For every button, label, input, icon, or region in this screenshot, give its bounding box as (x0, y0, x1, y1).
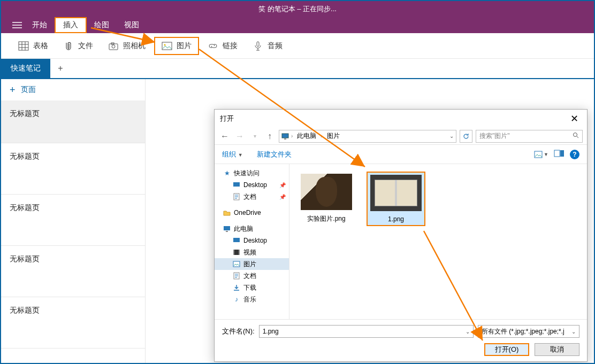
tree-desktop[interactable]: Desktop 📌 (215, 179, 289, 191)
file-name-label-text: 文件名(N): (222, 327, 255, 336)
new-folder-button[interactable]: 新建文件夹 (257, 150, 292, 159)
page-item[interactable]: 无标题页 (1, 195, 145, 246)
tree-downloads[interactable]: 下载 (215, 282, 289, 293)
tree-pictures[interactable]: 图片 (215, 258, 289, 270)
file-type-select[interactable]: 所有文件 (*.jpg;*.jpeg;*.jpe;*.j ⌄ (478, 325, 579, 338)
tree-documents[interactable]: 文档 📌 (215, 191, 289, 203)
file-name-input[interactable]: 1.png ⌄ (259, 325, 474, 338)
download-icon (233, 284, 240, 291)
svg-rect-6 (257, 42, 259, 47)
add-page-button[interactable]: + 页面 (1, 79, 145, 100)
svg-rect-16 (226, 231, 228, 232)
add-page-label: 页面 (21, 85, 36, 95)
picture-icon (534, 151, 543, 158)
tree-this-pc[interactable]: 此电脑 (215, 223, 289, 235)
tree-desktop2[interactable]: Desktop (215, 235, 289, 246)
paperclip-icon (63, 41, 74, 51)
nav-forward-button[interactable]: → (234, 130, 246, 142)
open-button[interactable]: 打开(O) (484, 343, 529, 356)
ribbon-link-label: 链接 (223, 41, 238, 51)
file-name-label: 1.png (388, 215, 404, 223)
view-mode-button[interactable]: ▼ (534, 151, 548, 158)
chevron-down-icon: ⌄ (571, 329, 576, 335)
chevron-down-icon[interactable]: ⌄ (466, 329, 470, 335)
svg-rect-20 (239, 250, 240, 255)
dialog-title-text: 打开 (220, 114, 234, 123)
add-section-button[interactable]: + (50, 59, 71, 78)
ribbon-camera-label: 照相机 (123, 41, 146, 51)
dialog-nav: ← → ▾ ↑ › 此电脑 › 图片 ⌄ 搜索"图片" (215, 128, 587, 145)
picture-icon (162, 41, 172, 51)
nav-up-button[interactable]: ↑ (264, 130, 276, 142)
file-thumbnail (370, 175, 422, 211)
ribbon-table-label: 表格 (33, 41, 48, 51)
menu-insert[interactable]: 插入 (55, 17, 87, 33)
picture-icon (233, 260, 240, 268)
page-item[interactable]: 无标题页 (1, 246, 145, 297)
monitor-icon (223, 225, 231, 233)
files-area[interactable]: 实验图片.png 1.png (289, 164, 587, 319)
svg-point-5 (164, 44, 166, 45)
svg-rect-8 (284, 138, 286, 140)
nav-recent-button[interactable]: ▾ (249, 130, 261, 142)
monitor-icon (233, 237, 240, 244)
camera-icon (108, 41, 119, 51)
ribbon-table-button[interactable]: 表格 (12, 38, 55, 54)
breadcrumb-folder[interactable]: 图片 (325, 131, 342, 141)
dialog-titlebar: 打开 ✕ (215, 110, 587, 128)
tree-quick-access[interactable]: ★ 快速访问 (215, 167, 289, 179)
nav-back-button[interactable]: ← (219, 130, 231, 142)
svg-rect-12 (560, 150, 564, 157)
svg-rect-0 (19, 42, 28, 50)
page-item[interactable]: 无标题页 (1, 100, 145, 143)
svg-rect-19 (233, 250, 234, 255)
dialog-toolbar: 组织 ▼ 新建文件夹 ▼ ? (215, 145, 587, 164)
file-item[interactable]: 实验图片.png (297, 172, 356, 226)
refresh-icon (463, 133, 469, 140)
svg-rect-4 (162, 42, 172, 50)
ribbon-file-button[interactable]: 文件 (57, 38, 100, 54)
menu-view[interactable]: 视图 (117, 17, 147, 33)
page-item[interactable]: 无标题页 (1, 297, 145, 348)
title-bar: 笑 的笔记本 – 正在同步... (1, 1, 594, 17)
svg-rect-21 (233, 261, 240, 267)
tree-documents2[interactable]: 文档 (215, 270, 289, 282)
close-button[interactable]: ✕ (567, 113, 582, 125)
chevron-down-icon[interactable]: ⌄ (449, 133, 454, 139)
ribbon-audio-button[interactable]: 音频 (246, 38, 289, 54)
chevron-right-icon: › (321, 133, 322, 139)
pane-icon (554, 150, 565, 157)
hamburger-icon[interactable] (10, 17, 25, 33)
dialog-body: ★ 快速访问 Desktop 📌 文档 📌 OneDrive 此电脑 (215, 164, 587, 319)
ribbon-picture-button[interactable]: 图片 (154, 37, 199, 55)
tree-videos[interactable]: 视频 (215, 246, 289, 258)
svg-rect-13 (233, 182, 240, 187)
dialog-footer: 文件名(N): 1.png ⌄ 所有文件 (*.jpg;*.jpeg;*.jpe… (215, 319, 587, 361)
section-tabs: 快速笔记 + (1, 59, 594, 79)
window-title: 笑 的笔记本 – 正在同步... (258, 4, 337, 14)
section-tab-active[interactable]: 快速笔记 (1, 59, 50, 78)
ribbon-audio-label: 音频 (268, 41, 283, 51)
breadcrumb-root[interactable]: 此电脑 (295, 131, 318, 141)
address-bar[interactable]: › 此电脑 › 图片 ⌄ (279, 130, 456, 143)
svg-rect-17 (233, 238, 240, 242)
svg-rect-11 (554, 150, 560, 157)
cancel-button[interactable]: 取消 (535, 343, 579, 356)
menu-draw[interactable]: 绘图 (87, 17, 117, 33)
svg-point-2 (112, 45, 115, 48)
tree-music[interactable]: ♪ 音乐 (215, 293, 289, 305)
help-button[interactable]: ? (570, 150, 579, 159)
ribbon-camera-button[interactable]: 照相机 (102, 38, 152, 54)
organize-button[interactable]: 组织 ▼ (222, 150, 243, 159)
star-icon: ★ (223, 169, 231, 177)
menu-start[interactable]: 开始 (25, 17, 55, 33)
file-item-selected[interactable]: 1.png (367, 172, 425, 226)
page-item[interactable]: 无标题页 (1, 143, 145, 195)
preview-pane-button[interactable] (554, 150, 565, 159)
ribbon-picture-label: 图片 (177, 41, 192, 51)
microphone-icon (253, 41, 263, 51)
refresh-button[interactable] (460, 130, 472, 143)
ribbon-link-button[interactable]: 链接 (201, 38, 244, 54)
search-input[interactable]: 搜索"图片" (476, 130, 583, 143)
tree-onedrive[interactable]: OneDrive (215, 207, 289, 219)
